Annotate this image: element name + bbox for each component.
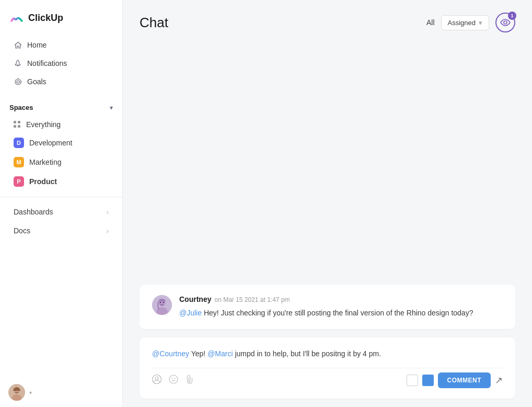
svg-point-16 — [172, 378, 173, 379]
notifications-label: Notifications — [27, 59, 67, 67]
spaces-title: Spaces — [9, 104, 33, 111]
goals-label: Goals — [27, 77, 47, 86]
main-content: Chat All Assigned ▾ 1 — [123, 0, 532, 407]
user-avatar[interactable] — [8, 384, 25, 401]
logo[interactable]: ClickUp — [0, 0, 122, 33]
comment-button[interactable]: COMMENT — [438, 372, 491, 388]
everything-grid-icon — [14, 121, 21, 128]
message-content-courtney: Courtney on Mar 15 2021 at 1:47 pm @Juli… — [179, 295, 503, 319]
space-item-everything[interactable]: Everything — [4, 116, 118, 133]
sidebar-nav: Home Notifications Goals — [0, 33, 122, 93]
emoji-icon[interactable] — [169, 375, 178, 386]
message-mention[interactable]: @Julie — [179, 309, 202, 317]
sidebar: ClickUp Home Notifications — [0, 0, 123, 407]
reply-avatar-icon[interactable] — [152, 375, 161, 386]
dashboards-label: Dashboards — [14, 208, 53, 216]
filter-assigned-dropdown[interactable]: Assigned ▾ — [441, 15, 489, 30]
svg-point-17 — [175, 378, 176, 379]
space-item-product[interactable]: P Product — [4, 172, 118, 191]
space-item-marketing[interactable]: M Marketing — [4, 153, 118, 172]
home-label: Home — [27, 41, 47, 49]
space-product-label: Product — [29, 177, 57, 186]
toolbar-box-filled[interactable] — [422, 375, 434, 386]
space-item-development[interactable]: D Development — [4, 133, 118, 152]
cursor-pointer-icon: ↗ — [495, 375, 503, 386]
message-body: Hey! Just checking if you're still posti… — [202, 309, 473, 317]
home-icon — [14, 41, 22, 49]
sidebar-item-notifications[interactable]: Notifications — [4, 54, 118, 72]
message-author: Courtney — [179, 295, 211, 303]
reply-text1: Yep! — [189, 349, 207, 358]
svg-point-15 — [169, 375, 178, 383]
bell-icon — [14, 59, 22, 67]
filter-all-button[interactable]: All — [426, 18, 435, 27]
message-card-courtney: Courtney on Mar 15 2021 at 1:47 pm @Juli… — [140, 285, 515, 329]
user-chevron-icon[interactable]: ▾ — [29, 390, 32, 395]
toolbar-right: COMMENT ↗ — [407, 372, 503, 388]
toolbar-box-empty[interactable] — [407, 375, 418, 386]
eye-badge-button[interactable]: 1 — [495, 13, 515, 32]
svg-point-11 — [160, 301, 161, 303]
filter-assigned-label: Assigned — [448, 19, 476, 27]
space-everything-label: Everything — [26, 120, 61, 129]
sidebar-item-docs[interactable]: Docs › — [4, 222, 118, 240]
reply-compose-card: @Courtney Yep! @Marci jumpd in to help, … — [140, 337, 515, 399]
message-text-courtney: @Julie Hey! Just checking if you're stil… — [179, 308, 503, 319]
chat-messages-area: Courtney on Mar 15 2021 at 1:47 pm @Juli… — [123, 41, 532, 407]
svg-point-13 — [153, 375, 161, 384]
marketing-badge: M — [14, 157, 24, 167]
sidebar-item-dashboards[interactable]: Dashboards › — [4, 203, 118, 221]
sidebar-footer: ▾ — [0, 378, 122, 407]
product-badge: P — [14, 176, 24, 187]
attachment-icon[interactable] — [186, 375, 194, 386]
docs-label: Docs — [14, 227, 30, 235]
space-development-label: Development — [29, 139, 73, 147]
space-marketing-label: Marketing — [29, 158, 61, 166]
docs-chevron-icon: › — [107, 227, 109, 235]
spaces-chevron-icon[interactable]: ▾ — [110, 104, 113, 111]
reply-mention1[interactable]: @Courtney — [152, 349, 189, 358]
courtney-avatar — [152, 295, 172, 315]
clickup-logo-icon — [9, 10, 24, 25]
chat-title: Chat — [140, 15, 416, 31]
sidebar-item-home[interactable]: Home — [4, 36, 118, 54]
eye-notification-count: 1 — [508, 12, 516, 20]
filter-assigned-chevron-icon: ▾ — [479, 19, 482, 27]
logo-text: ClickUp — [28, 13, 63, 24]
filter-group: All Assigned ▾ 1 — [426, 13, 515, 32]
message-meta-courtney: Courtney on Mar 15 2021 at 1:47 pm — [179, 295, 503, 303]
svg-point-1 — [17, 81, 19, 83]
reply-text2: jumpd in to help, but I'll be positng it… — [233, 349, 381, 358]
svg-point-0 — [15, 79, 21, 85]
goals-icon — [14, 77, 22, 86]
reply-mention2[interactable]: @Marci — [207, 349, 233, 358]
spaces-header: Spaces ▾ — [0, 97, 122, 116]
sidebar-item-goals[interactable]: Goals — [4, 73, 118, 91]
message-time: on Mar 15 2021 at 1:47 pm — [214, 296, 290, 303]
svg-point-7 — [504, 21, 507, 24]
reply-toolbar: COMMENT ↗ — [152, 368, 503, 388]
chat-header: Chat All Assigned ▾ 1 — [123, 0, 532, 41]
svg-point-14 — [155, 377, 158, 380]
reply-text: @Courtney Yep! @Marci jumpd in to help, … — [152, 348, 503, 359]
spaces-list: Everything D Development M Marketing P P… — [0, 116, 122, 191]
development-badge: D — [14, 138, 24, 148]
dashboards-chevron-icon: › — [107, 208, 109, 216]
svg-point-12 — [163, 301, 165, 303]
